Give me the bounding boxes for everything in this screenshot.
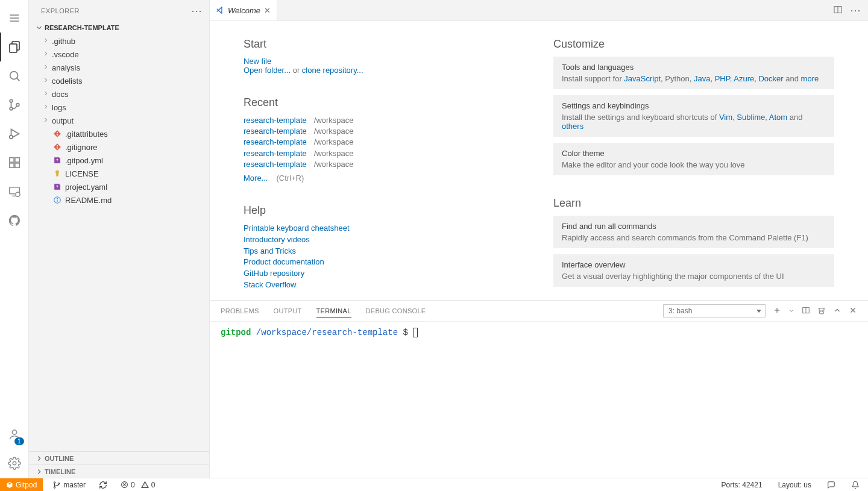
panel-tab-output[interactable]: OUTPUT xyxy=(274,305,302,317)
close-panel-icon[interactable] xyxy=(849,306,857,316)
tree-item-label: .vscode xyxy=(52,50,79,59)
recent-item-link[interactable]: research-template xyxy=(244,148,307,159)
settings-gear-icon[interactable] xyxy=(0,449,29,478)
project-header[interactable]: RESEARCH-TEMPLATE xyxy=(29,21,209,34)
activity-bar: 1 xyxy=(0,0,29,478)
statusbar-feedback-icon[interactable] xyxy=(823,481,839,489)
recent-heading: Recent xyxy=(244,96,524,109)
recent-item-link[interactable]: research-template xyxy=(244,137,307,148)
accounts-icon[interactable]: 1 xyxy=(0,420,29,449)
statusbar-layout[interactable]: Layout: us xyxy=(775,481,815,489)
search-icon[interactable] xyxy=(0,61,29,90)
statusbar-bell-icon[interactable] xyxy=(848,481,863,489)
tree-folder[interactable]: analysis xyxy=(29,61,209,74)
panel-tab-problems[interactable]: PROBLEMS xyxy=(221,305,259,317)
editor-more-icon[interactable]: ⋯ xyxy=(850,4,861,17)
kill-terminal-icon[interactable] xyxy=(817,306,826,316)
tree-folder[interactable]: docs xyxy=(29,87,209,101)
statusbar-ports[interactable]: Ports: 42421 xyxy=(718,481,766,489)
error-icon xyxy=(121,481,128,489)
statusbar-gitpod[interactable]: Gitpod xyxy=(0,478,43,491)
help-link[interactable]: Introductory videos xyxy=(244,235,310,244)
theme-card[interactable]: Color theme Make the editor and your cod… xyxy=(553,143,834,175)
recent-item-path: /workspace xyxy=(314,115,354,126)
tree-item-label: .github xyxy=(52,37,75,46)
sidebar-more-icon[interactable]: ⋯ xyxy=(191,4,203,17)
commands-card[interactable]: Find and run all commands Rapidly access… xyxy=(553,216,834,248)
statusbar-branch[interactable]: master xyxy=(49,478,89,491)
recent-more-link[interactable]: More... xyxy=(244,174,268,183)
statusbar-sync[interactable] xyxy=(95,478,111,491)
maximize-panel-icon[interactable] xyxy=(833,306,841,316)
recent-item-link[interactable]: research-template xyxy=(244,159,307,170)
tab-welcome[interactable]: Welcome ✕ xyxy=(210,0,277,20)
recent-item-link[interactable]: research-template xyxy=(244,126,307,137)
source-control-icon[interactable] xyxy=(0,90,29,119)
panel-tab-debug-console[interactable]: DEBUG CONSOLE xyxy=(366,305,426,317)
tree-file[interactable]: .gitignore xyxy=(29,140,209,154)
statusbar: Gitpod master 0 0 Ports: 42421 Layout: u… xyxy=(0,478,868,491)
tree-folder[interactable]: .vscode xyxy=(29,48,209,61)
tree-file[interactable]: README.md xyxy=(29,193,209,207)
svg-point-36 xyxy=(54,486,55,487)
learn-heading: Learn xyxy=(553,197,834,210)
outline-panel[interactable]: OUTLINE xyxy=(29,451,209,464)
terminal-selector[interactable]: 3: bash xyxy=(663,304,766,317)
interface-overview-card[interactable]: Interface overview Get a visual overlay … xyxy=(553,254,834,287)
github-icon[interactable] xyxy=(0,206,29,235)
sidebar: EXPLORER ⋯ RESEARCH-TEMPLATE .github.vsc… xyxy=(29,0,210,478)
project-name: RESEARCH-TEMPLATE xyxy=(45,24,119,31)
file-icon xyxy=(52,196,63,204)
clone-repo-link[interactable]: clone repository... xyxy=(302,66,363,75)
tree-item-label: project.yaml xyxy=(65,183,107,192)
svg-point-7 xyxy=(10,99,13,102)
tree-folder[interactable]: output xyxy=(29,114,209,127)
help-link[interactable]: Product documentation xyxy=(244,257,324,266)
help-link[interactable]: Printable keyboard cheatsheet xyxy=(244,224,350,233)
terminal-dropdown-icon[interactable] xyxy=(788,307,794,316)
sync-icon xyxy=(99,481,107,489)
tab-close-icon[interactable]: ✕ xyxy=(264,6,271,15)
tree-folder[interactable]: codelists xyxy=(29,74,209,87)
menu-icon[interactable] xyxy=(0,4,29,33)
file-icon: ! xyxy=(52,183,63,191)
svg-point-20 xyxy=(13,461,16,465)
tree-folder[interactable]: logs xyxy=(29,101,209,114)
extensions-icon[interactable] xyxy=(0,148,29,177)
svg-point-11 xyxy=(9,136,13,139)
run-debug-icon[interactable] xyxy=(0,119,29,148)
recent-item-path: /workspace xyxy=(314,159,354,170)
help-link[interactable]: Stack Overflow xyxy=(244,280,296,289)
panel-tab-terminal[interactable]: TERMINAL xyxy=(316,305,351,317)
editor-tabbar: Welcome ✕ ⋯ xyxy=(210,0,868,21)
svg-point-8 xyxy=(10,107,13,110)
recent-item-path: /workspace xyxy=(314,137,354,148)
accounts-badge: 1 xyxy=(14,437,24,445)
help-link[interactable]: GitHub repository xyxy=(244,269,304,278)
tree-file[interactable]: .gitattributes xyxy=(29,127,209,140)
tree-folder[interactable]: .github xyxy=(29,34,209,48)
tree-item-label: README.md xyxy=(65,196,112,205)
statusbar-problems[interactable]: 0 0 xyxy=(117,478,159,491)
tree-file[interactable]: LICENSE xyxy=(29,167,209,180)
help-link[interactable]: Tips and Tricks xyxy=(244,246,296,255)
tree-file[interactable]: !project.yaml xyxy=(29,180,209,193)
recent-item-path: /workspace xyxy=(314,148,354,159)
open-folder-link[interactable]: Open folder... xyxy=(244,66,291,75)
file-tree: .github.vscodeanalysiscodelistsdocslogso… xyxy=(29,34,209,451)
remote-explorer-icon[interactable] xyxy=(0,177,29,206)
split-terminal-icon[interactable] xyxy=(802,306,810,316)
explorer-icon[interactable] xyxy=(0,33,29,61)
tab-label: Welcome xyxy=(228,6,260,15)
tools-card[interactable]: Tools and languages Install support for … xyxy=(553,57,834,89)
split-editor-icon[interactable] xyxy=(833,5,843,16)
customize-heading: Customize xyxy=(553,38,834,51)
svg-line-6 xyxy=(16,78,19,81)
new-terminal-icon[interactable] xyxy=(773,306,781,316)
timeline-panel[interactable]: TIMELINE xyxy=(29,464,209,478)
terminal[interactable]: gitpod /workspace/research-template $ xyxy=(210,322,868,478)
new-file-link[interactable]: New file xyxy=(244,57,271,66)
tree-file[interactable]: !.gitpod.yml xyxy=(29,154,209,167)
settings-card[interactable]: Settings and keybindings Install the set… xyxy=(553,95,834,137)
recent-item-link[interactable]: research-template xyxy=(244,115,307,126)
